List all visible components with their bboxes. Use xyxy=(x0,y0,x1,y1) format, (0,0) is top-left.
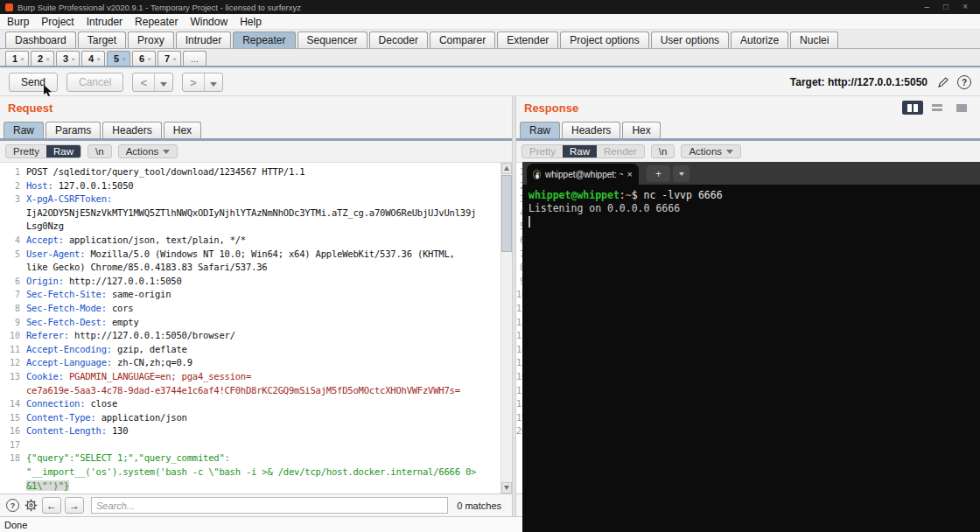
line-number: 15 xyxy=(0,411,26,425)
previous-response-button[interactable]: < xyxy=(132,73,173,92)
terminal-new-tab-button[interactable]: + xyxy=(647,165,670,182)
tab-close-icon[interactable]: × xyxy=(71,55,75,63)
request-editor[interactable]: 1POST /sqleditor/query_tool/download/123… xyxy=(0,163,512,494)
pretty-button[interactable]: Pretty xyxy=(6,145,46,158)
main-tab-autorize[interactable]: Autorize xyxy=(731,32,788,48)
repeater-tab-1[interactable]: 1× xyxy=(5,51,29,66)
actions-button[interactable]: Actions xyxy=(682,145,740,158)
menu-burp[interactable]: Burp xyxy=(7,16,29,28)
pretty-button[interactable]: Pretty xyxy=(522,145,563,158)
repeater-tab-overflow[interactable]: ... xyxy=(183,51,206,66)
request-line: 10Referer: http://127.0.0.1:5050/browser… xyxy=(0,329,512,343)
scroll-down-button[interactable] xyxy=(501,482,512,494)
main-tab-repeater[interactable]: Repeater xyxy=(233,32,295,48)
rows-layout-button[interactable] xyxy=(927,101,948,115)
response-tab-hex[interactable]: Hex xyxy=(622,122,660,138)
repeater-tab-4[interactable]: 4× xyxy=(81,51,105,66)
search-previous-button[interactable]: ← xyxy=(42,497,61,514)
raw-button[interactable]: Raw xyxy=(563,145,597,158)
request-line: 9Sec-Fetch-Dest: empty xyxy=(0,316,512,330)
main-tab-target[interactable]: Target xyxy=(78,32,126,48)
response-title: Response xyxy=(524,102,578,115)
terminal-tab[interactable]: whippet@whippet: ~ × xyxy=(527,164,639,185)
next-dropdown[interactable] xyxy=(205,74,222,90)
newline-toggle-button[interactable]: \n xyxy=(652,145,675,158)
main-tab-extender[interactable]: Extender xyxy=(497,32,558,48)
caret-down-icon xyxy=(210,82,217,87)
actions-button[interactable]: Actions xyxy=(119,145,178,158)
line-text: Sec-Fetch-Site: same-origin xyxy=(26,288,171,302)
next-response-button[interactable]: > xyxy=(182,73,223,92)
tab-close-icon[interactable]: × xyxy=(122,55,126,63)
request-tab-params[interactable]: Params xyxy=(46,122,101,138)
repeater-tab-5[interactable]: 5× xyxy=(107,51,130,66)
raw-button[interactable]: Raw xyxy=(46,145,80,158)
request-scrollbar[interactable] xyxy=(500,163,512,494)
main-tab-comparer[interactable]: Comparer xyxy=(430,32,495,48)
edit-target-button[interactable] xyxy=(934,74,950,90)
previous-dropdown[interactable] xyxy=(155,74,172,90)
line-text: {"query":"SELECT 1;","query_commited": xyxy=(26,452,230,466)
repeater-tab-7[interactable]: 7× xyxy=(158,51,181,66)
main-tab-dashboard[interactable]: Dashboard xyxy=(5,32,76,48)
main-tab-sequencer[interactable]: Sequencer xyxy=(298,32,368,48)
scrollbar-thumb[interactable] xyxy=(501,175,512,252)
search-next-button[interactable]: → xyxy=(65,497,84,514)
render-button[interactable]: Render xyxy=(597,145,644,158)
repeater-tab-2[interactable]: 2× xyxy=(31,51,54,66)
columns-layout-button[interactable] xyxy=(902,101,923,115)
main-tab-bar: DashboardTargetProxyIntruderRepeaterSequ… xyxy=(0,30,980,49)
main-tab-intruder[interactable]: Intruder xyxy=(176,32,231,48)
tab-close-icon[interactable]: × xyxy=(172,55,177,63)
burp-suite-window: Burp Suite Professional v2020.9.1 - Temp… xyxy=(0,0,980,532)
request-line: IjA2ODY5NjE5NzVkMTY1MWQ5ZTlhNWQxODIyNjhl… xyxy=(0,206,512,220)
terminal-tab-dropdown-button[interactable] xyxy=(673,165,690,182)
main-tab-user-options[interactable]: User options xyxy=(651,32,729,48)
line-number: 10 xyxy=(0,329,26,343)
tab-close-icon[interactable]: × xyxy=(96,55,101,63)
single-layout-button[interactable] xyxy=(951,101,972,115)
search-input[interactable] xyxy=(91,497,448,514)
main-tab-project-options[interactable]: Project options xyxy=(560,32,648,48)
help-icon[interactable]: ? xyxy=(957,75,971,89)
tab-close-icon[interactable]: × xyxy=(46,55,50,63)
tab-close-icon[interactable]: × xyxy=(147,55,151,63)
newline-toggle-button[interactable]: \n xyxy=(88,145,111,158)
request-tab-bar: RawParamsHeadersHex xyxy=(0,119,512,138)
terminal-tab-close-icon[interactable]: × xyxy=(627,169,633,179)
response-tab-raw[interactable]: Raw xyxy=(520,122,560,138)
send-button[interactable]: Send xyxy=(9,73,58,92)
close-icon[interactable]: × xyxy=(962,3,968,11)
menu-intruder[interactable]: Intruder xyxy=(87,16,122,28)
repeater-tab-label: 2 xyxy=(38,53,43,64)
line-number xyxy=(0,384,26,398)
minimize-icon[interactable]: – xyxy=(925,3,930,11)
main-tab-nuclei[interactable]: Nuclei xyxy=(790,32,838,48)
tab-close-icon[interactable]: × xyxy=(20,55,24,63)
menu-repeater[interactable]: Repeater xyxy=(135,16,178,28)
repeater-tab-6[interactable]: 6× xyxy=(132,51,156,66)
line-number xyxy=(0,206,26,220)
response-tab-headers[interactable]: Headers xyxy=(562,122,620,138)
search-help-icon[interactable]: ? xyxy=(6,499,19,512)
request-tab-headers[interactable]: Headers xyxy=(102,122,161,138)
window-title: Burp Suite Professional v2020.9.1 - Temp… xyxy=(18,3,925,12)
menu-project[interactable]: Project xyxy=(41,16,74,28)
request-tab-raw[interactable]: Raw xyxy=(4,122,44,138)
terminal-body[interactable]: whippet@whippet:~$ nc -lvvp 6666Listenin… xyxy=(522,185,980,532)
request-line: 14Connection: close xyxy=(0,397,512,411)
scroll-up-button[interactable] xyxy=(501,163,512,174)
maximize-icon[interactable]: □ xyxy=(943,3,948,11)
menu-window[interactable]: Window xyxy=(190,16,228,28)
line-number xyxy=(0,220,26,234)
repeater-tab-3[interactable]: 3× xyxy=(56,51,80,66)
request-tab-hex[interactable]: Hex xyxy=(164,122,201,138)
request-line: 17 xyxy=(0,438,512,452)
arrow-left-icon: ← xyxy=(46,500,57,512)
search-settings-button[interactable] xyxy=(24,498,38,513)
pencil-icon xyxy=(936,76,949,89)
menu-help[interactable]: Help xyxy=(240,16,262,28)
main-tab-decoder[interactable]: Decoder xyxy=(369,32,428,48)
main-tab-proxy[interactable]: Proxy xyxy=(128,32,174,48)
cancel-button[interactable]: Cancel xyxy=(66,73,123,92)
